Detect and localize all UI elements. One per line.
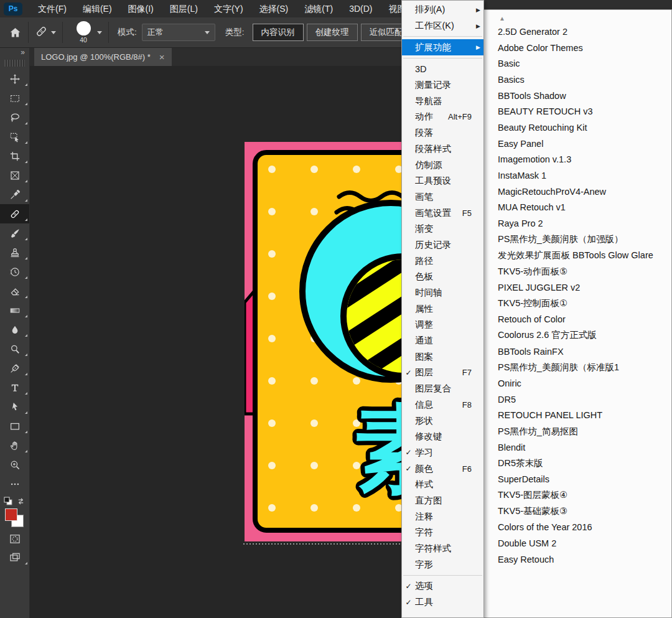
extensions-submenu-item[interactable]: Easy Retouch <box>484 551 671 568</box>
extensions-submenu-item[interactable]: BBTools RainFX <box>484 344 671 360</box>
extensions-submenu-item[interactable]: Colors of the Year 2016 <box>484 519 671 535</box>
window-menu-item[interactable]: ✓学习 <box>402 445 483 461</box>
window-menu-item[interactable]: 段落 <box>402 125 483 141</box>
window-menu-item[interactable]: 样式 <box>402 477 483 493</box>
menubar-item[interactable]: 3D(D) <box>341 0 380 17</box>
current-tool-preset[interactable] <box>35 25 56 40</box>
extensions-submenu-item[interactable]: DR5 <box>484 391 671 408</box>
window-menu-item[interactable]: 仿制源 <box>402 157 483 173</box>
window-menu-item[interactable]: 动作Alt+F9 <box>402 109 483 125</box>
window-menu-item[interactable]: 形状 <box>402 413 483 429</box>
extensions-submenu-item[interactable]: PS黑作坊_简易抠图 <box>484 423 671 439</box>
type-option-button[interactable]: 内容识别 <box>253 24 304 41</box>
extensions-submenu-item[interactable]: TKV5-基础蒙板③ <box>484 503 671 520</box>
extensions-submenu-item[interactable]: MUA Retouch v1 <box>484 200 671 216</box>
window-menu-item[interactable]: 3D <box>402 61 483 77</box>
extensions-submenu-item[interactable]: Double USM 2 <box>484 535 671 551</box>
window-menu-item[interactable]: 画笔 <box>402 189 483 205</box>
menubar-item[interactable]: 滤镜(T) <box>296 0 341 17</box>
move-tool[interactable] <box>0 69 29 88</box>
brush-tool[interactable] <box>0 223 29 243</box>
extensions-submenu-item[interactable]: Basics <box>484 72 671 88</box>
dodge-tool[interactable] <box>0 339 29 358</box>
window-menu-item[interactable]: 时间轴 <box>402 285 483 301</box>
extensions-submenu-item[interactable]: TKV5-图层蒙板④ <box>484 487 671 503</box>
extensions-submenu-item[interactable]: PS黑作坊_美颜润肤（加强版） <box>484 232 671 248</box>
zoom-tool[interactable] <box>0 455 29 474</box>
menubar-item[interactable]: 选择(S) <box>251 0 297 17</box>
window-menu-item[interactable]: 字形 <box>402 556 483 573</box>
window-menu-item[interactable]: 渐变 <box>402 221 483 237</box>
extensions-submenu-item[interactable]: MagicRetouchProV4-Anew <box>484 184 671 200</box>
extensions-submenu-item[interactable]: 2.5D Generator 2 <box>484 24 671 40</box>
extensions-submenu-item[interactable]: PIXEL JUGGLER v2 <box>484 279 671 296</box>
extensions-submenu-item[interactable]: TKV5-控制面板① <box>484 296 671 312</box>
extensions-submenu-item[interactable]: PS黑作坊_美颜润肤（标准版1 <box>484 359 671 375</box>
extensions-submenu-item[interactable]: 发光效果扩展面板 BBTools Glow Glare <box>484 248 671 264</box>
hand-tool[interactable] <box>0 436 29 455</box>
extensions-submenu-item[interactable]: Easy Panel <box>484 136 671 152</box>
window-menu-item[interactable]: 画笔设置F5 <box>402 205 483 221</box>
collapse-tools-icon[interactable]: » <box>0 47 29 59</box>
window-menu-item[interactable]: 图案 <box>402 349 483 365</box>
pen-tool[interactable] <box>0 358 29 378</box>
window-menu-item[interactable]: ✓图层F7 <box>402 365 483 381</box>
extensions-submenu-item[interactable]: RETOUCH PANEL LIGHT <box>484 408 671 424</box>
gradient-tool[interactable] <box>0 301 29 320</box>
blur-tool[interactable] <box>0 320 29 339</box>
eraser-tool[interactable] <box>0 281 29 301</box>
window-menu-item[interactable]: 通道 <box>402 333 483 349</box>
history-brush-tool[interactable] <box>0 262 29 281</box>
extensions-submenu-item[interactable]: SuperDetails <box>484 471 671 487</box>
extensions-submenu-item[interactable]: Beauty Retouching Kit <box>484 119 671 136</box>
window-menu-item[interactable]: ✓选项 <box>402 578 483 594</box>
extensions-submenu-item[interactable]: InstaMask 1 <box>484 167 671 184</box>
type-option-button[interactable]: 创建纹理 <box>307 24 358 41</box>
window-menu-item[interactable]: 工具预设 <box>402 173 483 189</box>
window-menu-item[interactable]: 测量记录 <box>402 77 483 93</box>
menubar-item[interactable]: 图像(I) <box>120 0 162 17</box>
extensions-submenu-item[interactable]: Retouch of Color <box>484 311 671 327</box>
extensions-submenu-item[interactable]: BEAUTY RETOUCH v3 <box>484 103 671 119</box>
spot-healing-brush-tool[interactable] <box>0 204 29 223</box>
rectangle-tool[interactable] <box>0 416 29 436</box>
close-tab-icon[interactable]: × <box>159 52 165 62</box>
window-menu-item[interactable]: 扩展功能▶ <box>402 39 483 55</box>
window-menu-item[interactable]: ✓颜色F6 <box>402 461 483 477</box>
window-menu-item[interactable]: 信息F8 <box>402 397 483 413</box>
window-menu-item[interactable]: 修改键 <box>402 429 483 445</box>
home-icon[interactable] <box>9 26 22 39</box>
extensions-submenu-item[interactable]: TKV5-动作面板⑤ <box>484 263 671 279</box>
window-menu-item[interactable]: 属性 <box>402 301 483 317</box>
rectangular-marquee-tool[interactable] <box>0 88 29 108</box>
clone-stamp-tool[interactable] <box>0 243 29 262</box>
default-colors-icon[interactable] <box>3 496 13 506</box>
path-selection-tool[interactable] <box>0 397 29 416</box>
window-menu-item[interactable]: 图层复合 <box>402 381 483 397</box>
brush-size-picker[interactable]: 40 <box>73 21 94 44</box>
mode-select[interactable]: 正常 <box>142 24 215 41</box>
type-tool[interactable] <box>0 378 29 397</box>
window-menu-item[interactable]: 调整 <box>402 317 483 333</box>
extensions-submenu-item[interactable]: Oniric <box>484 375 671 391</box>
extensions-submenu-item[interactable]: Adobe Color Themes <box>484 40 671 56</box>
extensions-submenu-item[interactable]: DR5茶末版 <box>484 456 671 472</box>
quick-mask-button[interactable] <box>0 530 29 548</box>
window-menu-item[interactable]: 直方图 <box>402 493 483 509</box>
window-menu-item[interactable]: 排列(A)▶ <box>402 2 483 18</box>
window-menu-item[interactable]: ✓工具 <box>402 594 483 611</box>
menubar-item[interactable]: 文件(F) <box>30 0 75 17</box>
foreground-color-swatch[interactable] <box>5 508 17 521</box>
extensions-submenu-item[interactable]: Basic <box>484 55 671 72</box>
extensions-submenu-item[interactable]: Raya Pro 2 <box>484 215 671 232</box>
window-menu-item[interactable]: 字符样式 <box>402 541 483 557</box>
window-menu-item[interactable]: 字符 <box>402 525 483 541</box>
window-menu-item[interactable]: 导航器 <box>402 93 483 109</box>
lasso-tool[interactable] <box>0 108 29 127</box>
window-menu-item[interactable]: 历史记录 <box>402 237 483 253</box>
photoshop-logo[interactable]: Ps <box>4 2 22 16</box>
menubar-item[interactable]: 编辑(E) <box>75 0 120 17</box>
window-menu-item[interactable]: 工作区(K)▶ <box>402 18 483 34</box>
frame-tool[interactable] <box>0 166 29 185</box>
window-menu-item[interactable]: 注释 <box>402 508 483 525</box>
